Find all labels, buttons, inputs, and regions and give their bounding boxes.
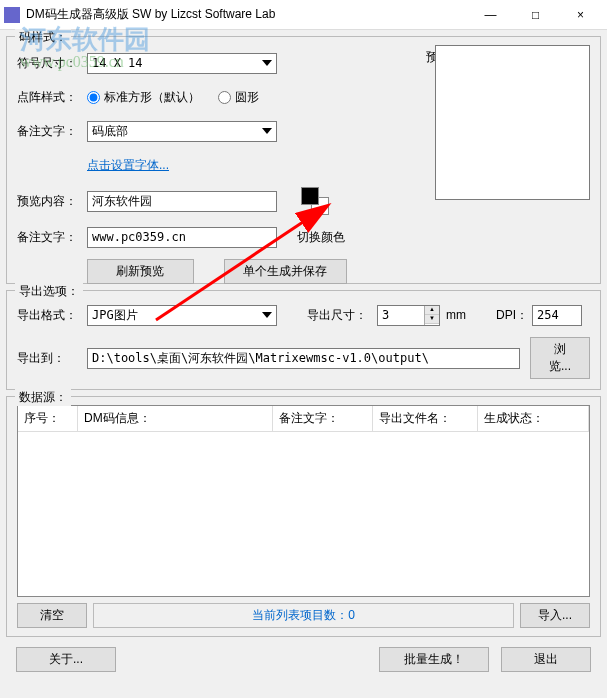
data-table[interactable]: 序号： DM码信息： 备注文字： 导出文件名： 生成状态： (17, 405, 590, 597)
symbol-size-select[interactable]: 14 X 14 (87, 53, 277, 74)
note-position-select[interactable]: 码底部 (87, 121, 277, 142)
spinner-down[interactable]: ▼ (425, 315, 439, 324)
col-seq[interactable]: 序号： (18, 406, 78, 431)
note-text-label: 备注文字： (17, 229, 87, 246)
maximize-button[interactable]: □ (513, 1, 558, 29)
style-panel-label: 码样式： (15, 29, 71, 46)
app-icon (4, 7, 20, 23)
size-unit: mm (446, 308, 466, 322)
export-size-spinner[interactable]: ▲▼ (377, 305, 440, 326)
titlebar: DM码生成器高级版 SW by Lizcst Software Lab — □ … (0, 0, 607, 30)
minimize-button[interactable]: — (468, 1, 513, 29)
close-button[interactable]: × (558, 1, 603, 29)
batch-generate-button[interactable]: 批量生成！ (379, 647, 489, 672)
exit-button[interactable]: 退出 (501, 647, 591, 672)
col-info[interactable]: DM码信息： (78, 406, 273, 431)
preview-image-box (435, 45, 590, 200)
preview-content-label: 预览内容： (17, 193, 87, 210)
generate-single-button[interactable]: 单个生成并保存 (224, 259, 348, 284)
export-panel: 导出选项： 导出格式： JPG图片 导出尺寸： ▲▼ mm DPI： 导出到： … (6, 290, 601, 390)
dot-style-label: 点阵样式： (17, 89, 87, 106)
export-size-label: 导出尺寸： (307, 307, 377, 324)
import-button[interactable]: 导入... (520, 603, 590, 628)
dpi-input[interactable] (532, 305, 582, 326)
font-settings-link[interactable]: 点击设置字体... (87, 157, 169, 174)
preview-content-input[interactable] (87, 191, 277, 212)
export-path-label: 导出到： (17, 350, 87, 367)
note-text-input[interactable] (87, 227, 277, 248)
window-title: DM码生成器高级版 SW by Lizcst Software Lab (26, 6, 468, 23)
export-format-label: 导出格式： (17, 307, 87, 324)
data-panel-label: 数据源： (15, 389, 71, 406)
dpi-label: DPI： (496, 307, 528, 324)
browse-button[interactable]: 浏览... (530, 337, 590, 379)
note-position-label: 备注文字： (17, 123, 87, 140)
color-swap-button[interactable] (301, 187, 329, 215)
dot-radio-circle[interactable]: 圆形 (218, 89, 259, 106)
export-format-select[interactable]: JPG图片 (87, 305, 277, 326)
about-button[interactable]: 关于... (16, 647, 116, 672)
style-panel: 码样式： 预览图： 符号尺寸： 14 X 14 点阵样式： 标准方形（默认） 圆… (6, 36, 601, 284)
item-count-status: 当前列表项目数：0 (93, 603, 514, 628)
data-source-panel: 数据源： 序号： DM码信息： 备注文字： 导出文件名： 生成状态： 清空 当前… (6, 396, 601, 637)
color-swap-label: 切换颜色 (297, 229, 345, 246)
clear-button[interactable]: 清空 (17, 603, 87, 628)
color-fg-swatch (301, 187, 319, 205)
export-path-input[interactable] (87, 348, 520, 369)
dot-radio-square[interactable]: 标准方形（默认） (87, 89, 200, 106)
export-panel-label: 导出选项： (15, 283, 83, 300)
spinner-up[interactable]: ▲ (425, 306, 439, 315)
refresh-preview-button[interactable]: 刷新预览 (87, 259, 194, 284)
table-header-row: 序号： DM码信息： 备注文字： 导出文件名： 生成状态： (18, 406, 589, 432)
footer-bar: 关于... 批量生成！ 退出 (6, 643, 601, 672)
col-note[interactable]: 备注文字： (273, 406, 373, 431)
col-status[interactable]: 生成状态： (478, 406, 589, 431)
col-filename[interactable]: 导出文件名： (373, 406, 478, 431)
symbol-size-label: 符号尺寸： (17, 55, 87, 72)
